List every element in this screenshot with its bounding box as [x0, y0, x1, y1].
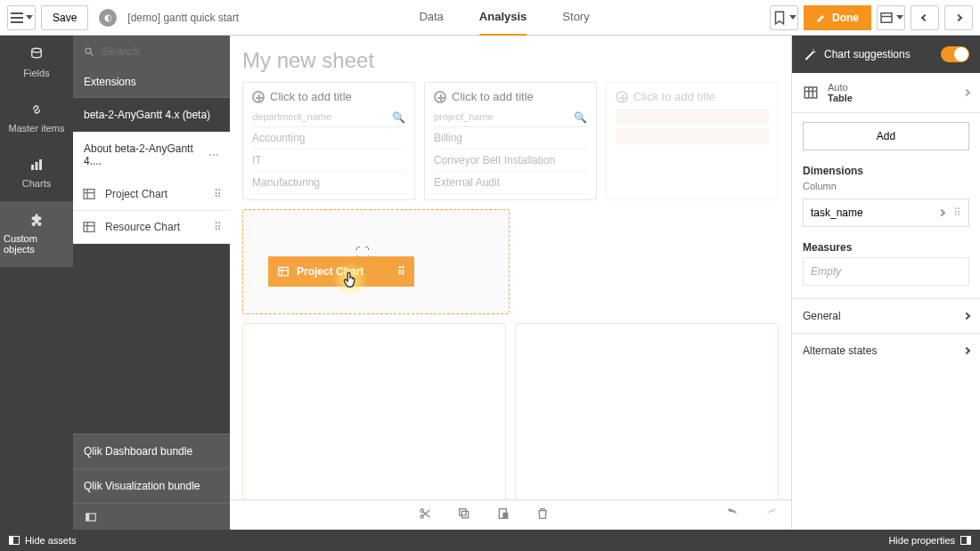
menu-button[interactable]: [7, 5, 36, 30]
drag-handle-icon: ⠿: [397, 265, 405, 278]
viz-card-2[interactable]: Click to add title project_name🔍 Billing…: [424, 82, 597, 200]
svg-point-19: [421, 515, 423, 517]
search-icon[interactable]: 🔍: [574, 111, 587, 124]
copy-button[interactable]: [457, 506, 471, 524]
empty-cell-2[interactable]: [515, 323, 779, 499]
trash-icon: [535, 506, 550, 521]
asset-panel-footer[interactable]: [73, 503, 230, 530]
document-title: [demo] gantt quick start: [127, 12, 239, 24]
chart-item-resource[interactable]: Resource Chart ⠿: [73, 211, 230, 244]
chevron-right-icon: [938, 209, 945, 216]
viz-card-3[interactable]: Click to add title: [606, 82, 779, 200]
plus-icon: [616, 91, 628, 103]
plus-icon: [252, 91, 265, 103]
general-section[interactable]: General: [792, 298, 980, 333]
add-field-button[interactable]: Add: [803, 122, 969, 150]
table-row: IT: [252, 150, 405, 172]
chevron-right-icon: [963, 346, 970, 353]
rail-fields[interactable]: Fields: [0, 36, 73, 91]
drop-target[interactable]: ⛶ Project Chart ⠿: [242, 209, 510, 314]
paste-icon: [496, 506, 510, 521]
tab-story[interactable]: Story: [562, 0, 589, 36]
left-rail: Fields Master items Charts Custom object…: [0, 36, 73, 530]
copy-icon: [457, 506, 471, 521]
cursor-highlight: [332, 262, 368, 297]
svg-rect-4: [36, 162, 38, 170]
chart-item-project[interactable]: Project Chart ⠿: [73, 178, 230, 211]
hide-properties-button[interactable]: Hide properties: [879, 535, 980, 546]
next-sheet-button[interactable]: [944, 5, 973, 30]
hide-assets-button[interactable]: Hide assets: [0, 535, 85, 546]
save-button[interactable]: Save: [41, 5, 88, 30]
search-icon[interactable]: 🔍: [392, 111, 405, 124]
panel-icon: [84, 511, 98, 523]
svg-point-25: [813, 49, 813, 50]
undo-button[interactable]: [725, 506, 739, 524]
sheet-title[interactable]: My new sheet: [242, 48, 779, 73]
dimensions-label: Dimensions: [792, 159, 980, 179]
tab-data[interactable]: Data: [419, 0, 443, 36]
panel-left-icon: [9, 536, 20, 545]
chart-suggestions-bar: Chart suggestions: [792, 36, 980, 73]
link-icon: [29, 101, 45, 117]
table-row: External Audit: [434, 172, 587, 194]
drag-handle-icon[interactable]: ⠿: [953, 207, 961, 219]
add-title-2[interactable]: Click to add title: [434, 90, 587, 103]
extensions-section-header[interactable]: Extensions: [73, 67, 230, 98]
puzzle-icon: [29, 212, 45, 228]
tab-analysis[interactable]: Analysis: [479, 0, 527, 36]
footer-bar: Hide assets Hide properties: [0, 530, 980, 551]
table-icon: [82, 187, 96, 201]
auto-chart-type[interactable]: AutoTable: [792, 73, 980, 113]
svg-rect-15: [86, 513, 90, 520]
panel-right-icon: [960, 536, 971, 545]
top-toolbar: Save ◐ [demo] gantt quick start Data Ana…: [0, 0, 980, 36]
paste-button[interactable]: [496, 506, 510, 524]
cut-button[interactable]: [418, 506, 432, 524]
bar-chart-icon: [29, 157, 45, 173]
table-icon: [803, 85, 819, 101]
rail-charts[interactable]: Charts: [0, 146, 73, 201]
table-icon: [82, 220, 96, 234]
viz-card-1[interactable]: Click to add title department_name🔍 Acco…: [242, 82, 415, 200]
asset-panel: Extensions beta-2-AnyGantt 4.x (beta) Ab…: [73, 36, 230, 530]
chevron-right-icon: [963, 89, 970, 96]
sheets-dropdown-button[interactable]: [877, 5, 905, 30]
bundle-visualization[interactable]: Qlik Visualization bundle: [73, 468, 230, 503]
done-button[interactable]: Done: [804, 5, 871, 30]
search-input[interactable]: [102, 45, 219, 58]
add-title-3[interactable]: Click to add title: [616, 90, 769, 103]
svg-point-6: [86, 47, 91, 53]
extension-item-anygantt[interactable]: beta-2-AnyGantt 4.x (beta): [73, 98, 230, 132]
column-label: Column: [792, 179, 980, 197]
suggestions-toggle[interactable]: [941, 46, 969, 62]
table-row: Conveyor Belt Installation: [434, 150, 587, 172]
database-icon: [29, 46, 45, 62]
measures-empty[interactable]: Empty: [803, 257, 969, 286]
app-logo-icon: ◐: [99, 9, 117, 27]
bundle-dashboard[interactable]: Qlik Dashboard bundle: [73, 434, 230, 468]
rail-custom-objects[interactable]: Custom objects: [0, 201, 73, 267]
dimension-item[interactable]: task_name ⠿: [803, 199, 969, 227]
scissors-icon: [418, 506, 432, 521]
delete-button[interactable]: [535, 506, 550, 524]
drag-handle-icon[interactable]: ⠿: [214, 221, 221, 233]
prev-sheet-button[interactable]: [911, 5, 939, 30]
view-tabs: Data Analysis Story: [244, 0, 764, 35]
svg-rect-21: [461, 511, 468, 517]
add-title-1[interactable]: Click to add title: [252, 90, 405, 103]
chevron-right-icon: [963, 312, 970, 319]
redo-button[interactable]: [764, 506, 779, 524]
bookmark-button[interactable]: [770, 5, 798, 30]
alternate-states-section[interactable]: Alternate states: [792, 333, 980, 368]
rail-master-items[interactable]: Master items: [0, 91, 73, 146]
extension-about[interactable]: About beta-2-AnyGantt 4....⋯: [73, 132, 230, 178]
asset-search[interactable]: [73, 36, 230, 67]
svg-line-7: [91, 53, 94, 55]
drag-handle-icon[interactable]: ⠿: [214, 188, 221, 200]
svg-rect-3: [31, 165, 34, 170]
svg-rect-22: [460, 508, 466, 515]
empty-cell-1[interactable]: [242, 323, 506, 499]
hand-cursor-icon: [340, 270, 360, 289]
svg-rect-16: [279, 267, 289, 275]
